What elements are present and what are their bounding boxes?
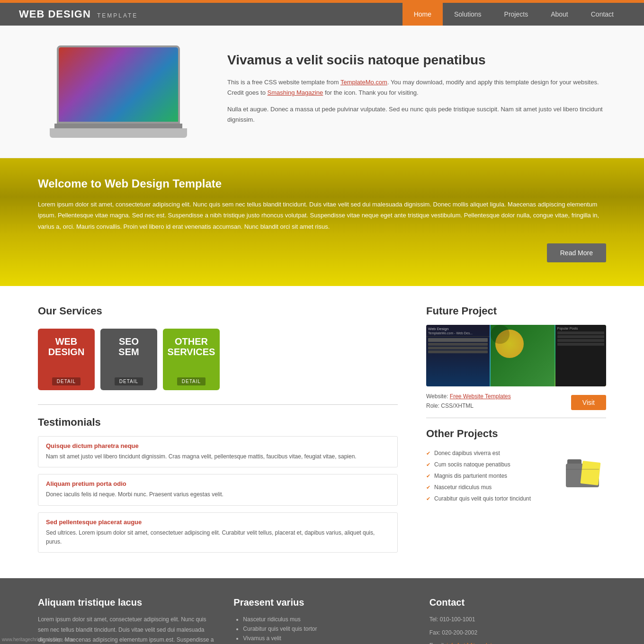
testimonials-section: Testimonials Quisque dictum pharetra neq… — [38, 416, 398, 553]
project-role: Role: CSS/XHTML — [426, 402, 511, 409]
testimonial-1-heading: Quisque dictum pharetra neque — [46, 442, 390, 449]
footer-tel: Tel: 010-100-1001 — [429, 615, 606, 625]
other-project-item-3: Magnis dis parturient montes — [426, 470, 559, 482]
right-column: Future Project Web Design TemplateMo.com… — [426, 305, 606, 559]
project-divider — [426, 418, 606, 418]
footer-col-3: Contact Tel: 010-100-1001 Fax: 020-200-2… — [429, 597, 606, 644]
visit-button[interactable]: Visit — [571, 395, 606, 410]
folder-icon-wrap — [564, 447, 606, 490]
hero-section: Vivamus a velit sociis natoque penatibus… — [0, 26, 644, 158]
other-project-item-2: Cum sociis natoque penatibus — [426, 459, 559, 470]
hero-para1: This is a free CSS website template from… — [227, 77, 606, 98]
other-project-item-4: Nascetur ridiculus mus — [426, 482, 559, 493]
footer-col-2: Praesent varius Nascetur ridiculus mus C… — [233, 597, 410, 644]
other-label: OTHERServices — [168, 336, 215, 357]
testimonial-item-3: Sed pellentesque placerat augue Sed ultr… — [38, 512, 398, 553]
web-design-detail: DETAIL — [52, 377, 80, 385]
footer-col1-title: Aliquam tristique lacus — [38, 597, 215, 608]
footer-list-item-2: Curabitur quis velit quis tortor — [243, 624, 410, 634]
laptop-screen — [57, 45, 180, 124]
folder-icon — [564, 447, 606, 490]
testimonial-1-body: Nam sit amet justo vel libero tincidunt … — [46, 452, 390, 461]
other-projects-list: Donec dapibus viverra est Cum sociis nat… — [426, 447, 559, 504]
read-more-button[interactable]: Read More — [547, 243, 606, 262]
other-project-item-5: Curabitur quis velit quis tortor tincidu… — [426, 493, 559, 504]
nav-solutions[interactable]: Solutions — [443, 3, 493, 26]
footer-col2-list: Nascetur ridiculus mus Curabitur quis ve… — [233, 615, 410, 644]
other-projects-section: Donec dapibus viverra est Cum sociis nat… — [426, 447, 606, 504]
logo-sub: TEMPLATE — [97, 12, 138, 19]
logo: WEB DESIGN TEMPLATE — [19, 8, 138, 20]
service-seo-sem[interactable]: SEOSEM DETAIL — [100, 329, 157, 390]
seo-sem-label: SEOSEM — [118, 336, 139, 357]
footer-list-item-1: Nascetur ridiculus mus — [243, 615, 410, 624]
other-projects-ul: Donec dapibus viverra est Cum sociis nat… — [426, 447, 559, 504]
testimonial-item-2: Aliquam pretium porta odio Donec iaculis… — [38, 474, 398, 505]
footer-list-item-3: Vivamus a velit — [243, 634, 410, 643]
other-projects-title: Other Projects — [426, 428, 606, 440]
testimonial-2-body: Donec iaculis felis id neque. Morbi nunc… — [46, 490, 390, 499]
testimonial-3-heading: Sed pellentesque placerat augue — [46, 519, 390, 526]
other-detail: DETAIL — [177, 377, 206, 385]
header: WEB DESIGN TEMPLATE Home Solutions Proje… — [0, 3, 644, 26]
footer-col3-title: Contact — [429, 597, 606, 608]
site-url: www.heritagechristiancollege.com — [2, 637, 73, 642]
testimonial-item-1: Quisque dictum pharetra neque Nam sit am… — [38, 436, 398, 467]
footer: Aliquam tristique lacus Lorem ipsum dolo… — [0, 578, 644, 644]
hero-content: Vivamus a velit sociis natoque penatibus… — [199, 53, 606, 130]
services-grid: WEBDesign DETAIL SEOSEM DETAIL OTHERServ… — [38, 329, 398, 390]
footer-email-link[interactable]: info [ at ] 1templatemo.com — [447, 642, 515, 644]
footer-email: Email: info [ at ] 1templatemo.com — [429, 641, 606, 644]
laptop-keyboard — [50, 128, 187, 138]
project-website: Website: Free Website Templates — [426, 393, 511, 400]
main-content: Our Services WEBDesign DETAIL SEOSEM DET… — [0, 286, 644, 578]
service-other[interactable]: OTHERServices DETAIL — [163, 329, 220, 390]
svg-rect-2 — [581, 461, 601, 485]
services-title: Our Services — [38, 305, 398, 317]
future-project-image: Web Design TemplateMo.com - Web Des... — [426, 325, 606, 386]
welcome-title: Welcome to Web Design Template — [38, 177, 606, 190]
welcome-body: Lorem ipsum dolor sit amet, consectetuer… — [38, 199, 606, 232]
nav-contact[interactable]: Contact — [580, 3, 625, 26]
hero-image — [38, 45, 199, 138]
nav-projects[interactable]: Projects — [493, 3, 540, 26]
web-design-label: WEBDesign — [48, 336, 85, 357]
services-divider — [38, 404, 398, 405]
hero-title: Vivamus a velit sociis natoque penatibus — [227, 53, 606, 68]
nav-home[interactable]: Home — [402, 3, 443, 26]
hero-para2: Nulla et augue. Donec a massa ut pede pu… — [227, 104, 606, 125]
testimonials-title: Testimonials — [38, 416, 398, 429]
footer-col2-title: Praesent varius — [233, 597, 410, 608]
footer-fax: Fax: 020-200-2002 — [429, 628, 606, 638]
smashing-link[interactable]: Smashing Magazine — [268, 89, 323, 96]
welcome-section: Welcome to Web Design Template Lorem ips… — [0, 158, 644, 286]
testimonial-3-body: Sed ultrices. Lorem ipsum dolor sit amet… — [46, 528, 390, 546]
footer-grid: Aliquam tristique lacus Lorem ipsum dolo… — [38, 597, 606, 644]
laptop-hinge — [54, 124, 182, 128]
other-project-item-1: Donec dapibus viverra est — [426, 447, 559, 459]
future-project-title: Future Project — [426, 305, 606, 317]
nav-about[interactable]: About — [539, 3, 580, 26]
templatemo-link[interactable]: TemplateMo.com — [340, 79, 387, 86]
service-web-design[interactable]: WEBDesign DETAIL — [38, 329, 95, 390]
seo-sem-detail: DETAIL — [115, 377, 143, 385]
logo-bold: WEB DESIGN — [19, 8, 91, 20]
website-link[interactable]: Free Website Templates — [450, 393, 511, 400]
left-column: Our Services WEBDesign DETAIL SEOSEM DET… — [38, 305, 398, 559]
main-nav: Home Solutions Projects About Contact — [402, 3, 625, 26]
testimonial-2-heading: Aliquam pretium porta odio — [46, 480, 390, 487]
